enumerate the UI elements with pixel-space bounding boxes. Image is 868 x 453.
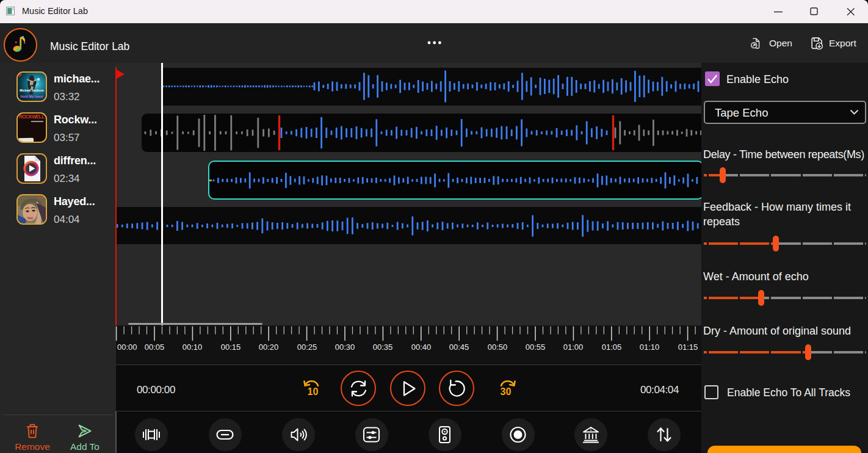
svg-text:10: 10 — [308, 386, 319, 397]
svg-text:30: 30 — [501, 386, 512, 397]
